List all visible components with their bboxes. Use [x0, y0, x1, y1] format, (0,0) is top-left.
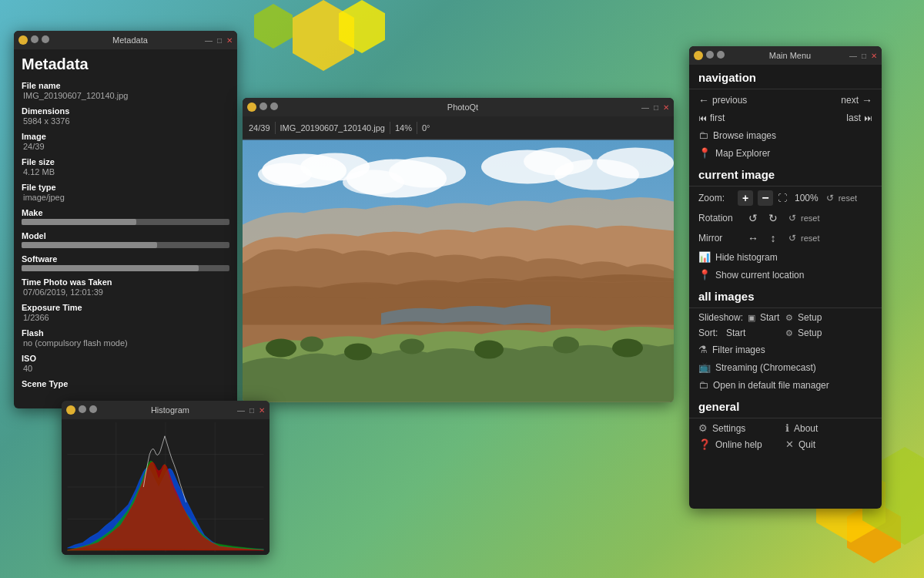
metadata-minimize[interactable]: — — [205, 36, 213, 45]
toolbar-zoom: 14% — [395, 123, 412, 133]
metadata-expand[interactable]: □ — [217, 36, 222, 45]
photoqt-titlebar-controls[interactable] — [247, 102, 278, 112]
mainmenu-titlebar-controls[interactable] — [694, 51, 725, 60]
mainmenu-window: Main Menu — □ ✕ navigation ← previous ne… — [689, 46, 882, 509]
meta-image: Image 24/39 — [22, 132, 229, 151]
quit-item[interactable]: ✕ Quit — [785, 439, 872, 450]
slideshow-start-btn[interactable]: Start — [760, 312, 779, 323]
zoom-in-btn[interactable]: + — [738, 190, 753, 206]
meta-exposure-label: Exposure Time — [22, 303, 229, 312]
meta-iso-label: ISO — [22, 354, 229, 363]
settings-item[interactable]: ⚙ Settings — [698, 422, 785, 434]
map-explorer-item[interactable]: 📍 Map Explorer — [689, 144, 882, 162]
meta-filetype-label: File type — [22, 183, 229, 192]
photoqt-expand[interactable]: □ — [654, 103, 658, 112]
slideshow-left: Slideshow: ▣ Start — [698, 312, 785, 323]
titlebar-controls[interactable] — [18, 35, 49, 45]
all-images-divider — [689, 307, 882, 308]
histogram-close[interactable]: ✕ — [259, 406, 265, 415]
about-item[interactable]: ℹ About — [785, 422, 872, 434]
streaming-item[interactable]: 📺 Streaming (Chromecast) — [689, 358, 882, 376]
current-image-section-header: current image — [689, 162, 882, 184]
mainmenu-title-label: Main Menu — [731, 51, 849, 60]
mainmenu-titlebar-right[interactable]: — □ ✕ — [849, 52, 877, 60]
histogram-minimize[interactable]: — — [237, 406, 245, 415]
online-help-label: Online help — [715, 439, 762, 450]
meta-iso-value: 40 — [22, 364, 229, 373]
meta-time: Time Photo was Taken 07/06/2019, 12:01:3… — [22, 277, 229, 297]
meta-flash: Flash no (compulsory flash mode) — [22, 328, 229, 348]
nav-first-btn[interactable]: ⏮ first — [698, 113, 725, 123]
meta-model-bar — [22, 242, 229, 248]
nav-divider — [689, 89, 882, 89]
svg-point-17 — [612, 339, 643, 358]
meta-filesize-label: File size — [22, 157, 229, 166]
mainmenu-close[interactable]: ✕ — [871, 52, 877, 60]
sort-start-btn[interactable]: Start — [726, 328, 745, 338]
nav-arrow-left-icon: ← — [698, 94, 709, 106]
rotation-reset-icon[interactable]: ↺ — [788, 213, 796, 223]
meta-filename-value: IMG_20190607_120140.jpg — [22, 91, 229, 100]
photoqt-window: PhotoQt — □ ✕ 24/39 IMG_20190607_120140.… — [243, 98, 674, 402]
photoqt-titlebar-right[interactable]: — □ ✕ — [641, 103, 669, 112]
metadata-close[interactable]: ✕ — [226, 36, 233, 45]
icon-pin — [31, 35, 38, 43]
fullscreen-icon[interactable]: ⛶ — [778, 193, 787, 203]
online-help-item[interactable]: ❓ Online help — [698, 439, 785, 450]
nav-section-header: navigation — [689, 65, 882, 87]
all-images-section-header: all images — [689, 284, 882, 306]
browse-images-label: Browse images — [713, 130, 776, 141]
histogram-expand[interactable]: □ — [249, 406, 254, 415]
histogram-titlebar-controls[interactable] — [66, 405, 97, 415]
slideshow-setup-btn[interactable]: Setup — [798, 312, 822, 323]
mirror-h-btn[interactable]: ↔ — [745, 230, 761, 246]
zoom-reset-icon[interactable]: ↺ — [826, 193, 834, 203]
zoom-row: Zoom: + − ⛶ 100% ↺ reset — [689, 188, 882, 208]
mainmenu-icon-pin — [706, 51, 714, 59]
zoom-out-btn[interactable]: − — [758, 190, 773, 206]
nav-last-icon: ⏭ — [864, 113, 872, 123]
svg-point-6 — [343, 170, 404, 195]
sort-setup-btn[interactable]: Setup — [798, 328, 822, 338]
nav-prev-btn[interactable]: ← previous — [698, 94, 747, 106]
mirror-reset-icon[interactable]: ↺ — [788, 233, 796, 244]
metadata-titlebar-right[interactable]: — □ ✕ — [205, 36, 233, 45]
meta-model: Model — [22, 231, 229, 248]
sort-row: Sort: Start ⚙ Setup — [689, 325, 882, 341]
photoqt-image-area[interactable] — [243, 139, 674, 402]
rotate-cw-btn[interactable]: ↻ — [765, 210, 781, 226]
zoom-percent: 100% — [795, 193, 819, 203]
histogram-titlebar-right[interactable]: — □ ✕ — [237, 406, 265, 415]
meta-filename: File name IMG_20190607_120140.jpg — [22, 81, 229, 100]
mainmenu-minimize[interactable]: — — [849, 52, 857, 60]
histogram-title-label: Histogram — [103, 405, 237, 415]
show-location-item[interactable]: 📍 Show current location — [689, 266, 882, 284]
nav-next-btn[interactable]: next → — [841, 94, 872, 106]
rotation-reset-btn[interactable]: reset — [801, 213, 819, 223]
photoqt-titlebar: PhotoQt — □ ✕ — [243, 98, 674, 116]
nav-first-label: first — [710, 113, 725, 123]
browse-images-item[interactable]: 🗀 Browse images — [689, 126, 882, 144]
open-file-manager-item[interactable]: 🗀 Open in default file manager — [689, 376, 882, 394]
meta-dimensions-label: Dimensions — [22, 106, 229, 116]
hide-histogram-item[interactable]: 📊 Hide histogram — [689, 248, 882, 266]
metadata-heading: Metadata — [22, 55, 229, 73]
photoqt-minimize[interactable]: — — [641, 103, 649, 112]
meta-filename-label: File name — [22, 81, 229, 90]
zoom-reset-btn[interactable]: reset — [839, 193, 857, 203]
meta-filetype: File type image/jpeg — [22, 183, 229, 202]
photoqt-close[interactable]: ✕ — [663, 103, 669, 112]
svg-point-13 — [344, 344, 372, 361]
filter-images-label: Filter images — [712, 344, 765, 355]
meta-exposure: Exposure Time 1/2366 — [22, 303, 229, 322]
filter-images-item[interactable]: ⚗ Filter images — [689, 341, 882, 358]
nav-last-btn[interactable]: last ⏭ — [846, 113, 872, 123]
rotate-ccw-btn[interactable]: ↺ — [745, 210, 761, 226]
mirror-reset-btn[interactable]: reset — [801, 234, 819, 243]
meta-software-bar — [22, 265, 229, 271]
about-icon: ℹ — [785, 422, 789, 434]
meta-filesize: File size 4.12 MB — [22, 157, 229, 176]
mirror-v-btn[interactable]: ↕ — [765, 230, 781, 246]
mainmenu-expand[interactable]: □ — [862, 52, 866, 60]
hide-histogram-label: Hide histogram — [715, 252, 778, 263]
